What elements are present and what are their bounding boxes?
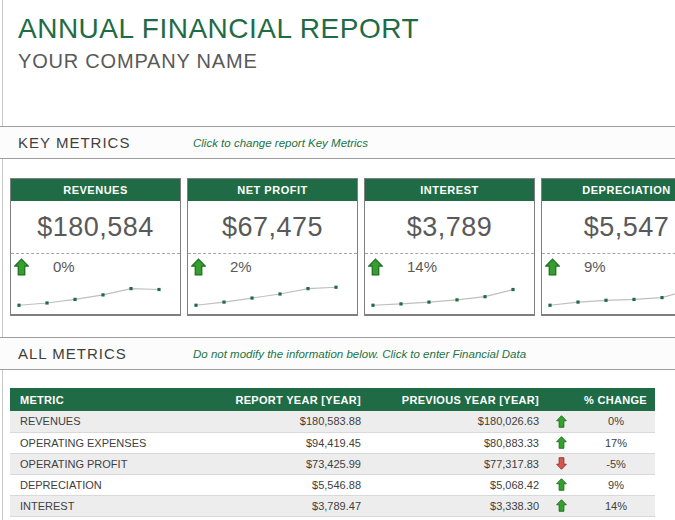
sparkline-chart <box>365 279 534 314</box>
sheet-left-edge <box>2 0 3 520</box>
key-metrics-heading: KEY METRICS <box>18 134 180 151</box>
cell-previous-year-value[interactable]: $80,883.33 <box>367 432 545 453</box>
report-title: ANNUAL FINANCIAL REPORT <box>18 13 419 45</box>
cell-report-year-value[interactable]: $180,583.88 <box>202 411 367 432</box>
up-arrow-icon <box>545 432 577 453</box>
metric-card-change: 2% <box>230 258 252 275</box>
cell-previous-year-value[interactable]: $5,068.42 <box>367 474 545 495</box>
metric-card-net-profit: NET PROFIT$67,4752% <box>187 178 358 316</box>
cell-metric-label: OPERATING EXPENSES <box>10 432 202 453</box>
metric-card-value[interactable]: $3,789 <box>365 201 534 253</box>
metric-card-interest: INTEREST$3,78914% <box>364 178 535 316</box>
key-metrics-band: KEY METRICS Click to change report Key M… <box>0 126 675 159</box>
metric-card-trend: 9% <box>542 253 675 279</box>
down-arrow-icon <box>545 453 577 474</box>
cell-metric-label: DEPRECIATION <box>10 474 202 495</box>
metric-card-trend: 14% <box>365 253 534 279</box>
report-header: ANNUAL FINANCIAL REPORT YOUR COMPANY NAM… <box>18 13 419 73</box>
metric-card-title: REVENUES <box>11 179 180 201</box>
cell-percent-change: 17% <box>577 432 655 453</box>
up-arrow-icon <box>545 258 560 276</box>
up-arrow-icon <box>545 495 577 516</box>
metric-card-title: NET PROFIT <box>188 179 357 201</box>
sparkline-chart <box>188 279 357 314</box>
metric-card-value[interactable]: $5,547 <box>542 201 675 253</box>
cell-previous-year-value[interactable]: $180,026.63 <box>367 411 545 432</box>
metric-card-value[interactable]: $67,475 <box>188 201 357 253</box>
metric-card-change: 9% <box>584 258 606 275</box>
cell-previous-year-value[interactable]: $3,338.30 <box>367 495 545 516</box>
cell-metric-label: REVENUES <box>10 411 202 432</box>
up-arrow-icon <box>14 258 29 276</box>
column-header-report-year: REPORT YEAR [YEAR] <box>202 388 367 411</box>
all-metrics-heading: ALL METRICS <box>18 345 180 362</box>
metric-card-trend: 0% <box>11 253 180 279</box>
column-header-previous-year: PREVIOUS YEAR [YEAR] <box>367 388 545 411</box>
table-row-revenues: REVENUES$180,583.88$180,026.630% <box>10 411 655 432</box>
metric-card-change: 0% <box>53 258 75 275</box>
cell-report-year-value[interactable]: $73,425.99 <box>202 453 367 474</box>
metric-card-revenues: REVENUES$180,5840% <box>10 178 181 316</box>
all-metrics-note[interactable]: Do not modify the information below. Cli… <box>193 348 526 360</box>
column-header-percent-change: % CHANGE <box>545 388 655 411</box>
up-arrow-icon <box>545 411 577 432</box>
metric-card-title: INTEREST <box>365 179 534 201</box>
metric-card-trend: 2% <box>188 253 357 279</box>
cell-percent-change: 0% <box>577 411 655 432</box>
cell-report-year-value[interactable]: $5,546.88 <box>202 474 367 495</box>
metric-cards-row: REVENUES$180,5840%NET PROFIT$67,4752%INT… <box>10 178 675 316</box>
up-arrow-icon <box>368 258 383 276</box>
metrics-table: METRIC REPORT YEAR [YEAR] PREVIOUS YEAR … <box>10 388 655 517</box>
table-row-operating-expenses: OPERATING EXPENSES$94,419.45$80,883.3317… <box>10 432 655 453</box>
metrics-table-body: REVENUES$180,583.88$180,026.630%OPERATIN… <box>10 411 655 516</box>
all-metrics-band: ALL METRICS Do not modify the informatio… <box>0 337 675 370</box>
sparkline-chart <box>542 279 675 314</box>
table-row-interest: INTEREST$3,789.47$3,338.3014% <box>10 495 655 516</box>
sparkline-chart <box>11 279 180 314</box>
cell-report-year-value[interactable]: $3,789.47 <box>202 495 367 516</box>
cell-percent-change: 9% <box>577 474 655 495</box>
table-row-depreciation: DEPRECIATION$5,546.88$5,068.429% <box>10 474 655 495</box>
cell-metric-label: OPERATING PROFIT <box>10 453 202 474</box>
cell-previous-year-value[interactable]: $77,317.83 <box>367 453 545 474</box>
metric-card-value[interactable]: $180,584 <box>11 201 180 253</box>
up-arrow-icon <box>191 258 206 276</box>
cell-metric-label: INTEREST <box>10 495 202 516</box>
metrics-table-header-row: METRIC REPORT YEAR [YEAR] PREVIOUS YEAR … <box>10 388 655 411</box>
company-name-cell[interactable]: YOUR COMPANY NAME <box>18 49 419 73</box>
up-arrow-icon <box>545 474 577 495</box>
column-header-metric: METRIC <box>10 388 202 411</box>
metric-card-change: 14% <box>407 258 437 275</box>
metric-card-title: DEPRECIATION <box>542 179 675 201</box>
cell-report-year-value[interactable]: $94,419.45 <box>202 432 367 453</box>
key-metrics-note[interactable]: Click to change report Key Metrics <box>193 137 368 149</box>
metric-card-depreciation: DEPRECIATION$5,5479% <box>541 178 675 316</box>
table-row-operating-profit: OPERATING PROFIT$73,425.99$77,317.83-5% <box>10 453 655 474</box>
cell-percent-change: 14% <box>577 495 655 516</box>
cell-percent-change: -5% <box>577 453 655 474</box>
